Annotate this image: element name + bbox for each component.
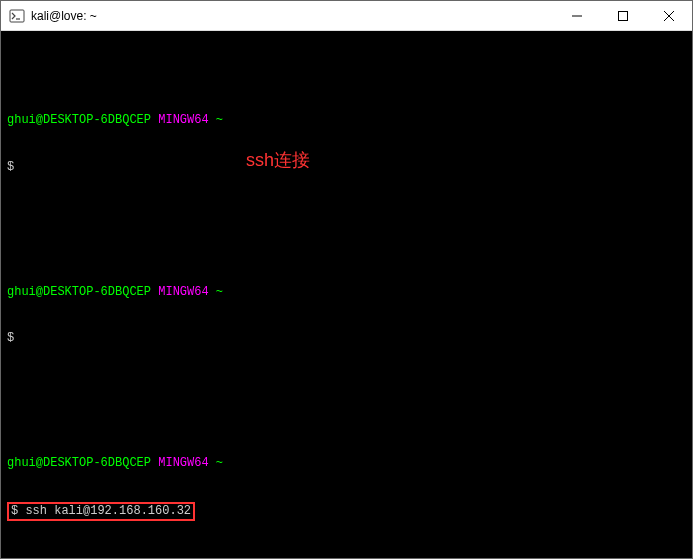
minimize-button[interactable] <box>554 1 600 30</box>
prompt-line: ghui@DESKTOP-6DBQCEP MINGW64 ~ <box>7 285 686 301</box>
terminal-body[interactable]: ssh连接 ghui@DESKTOP-6DBQCEP MINGW64 ~ $ g… <box>1 31 692 558</box>
prompt-line: $ <box>7 160 686 176</box>
titlebar: kali@love: ~ <box>1 1 692 31</box>
maximize-button[interactable] <box>600 1 646 30</box>
prompt-line: ghui@DESKTOP-6DBQCEP MINGW64 ~ <box>7 456 686 472</box>
prompt-line: ghui@DESKTOP-6DBQCEP MINGW64 ~ <box>7 113 686 129</box>
prompt-line: $ <box>7 331 686 347</box>
terminal-window: kali@love: ~ ssh连接 ghui@DESKTOP-6DBQCEP … <box>0 0 693 559</box>
window-title: kali@love: ~ <box>31 9 554 23</box>
annotation-ssh: ssh连接 <box>246 149 310 172</box>
svg-rect-3 <box>619 11 628 20</box>
svg-rect-0 <box>10 10 24 22</box>
window-controls <box>554 1 692 30</box>
ssh-command-line: $ ssh kali@192.168.160.32 <box>7 503 686 521</box>
app-icon <box>9 8 25 24</box>
close-button[interactable] <box>646 1 692 30</box>
